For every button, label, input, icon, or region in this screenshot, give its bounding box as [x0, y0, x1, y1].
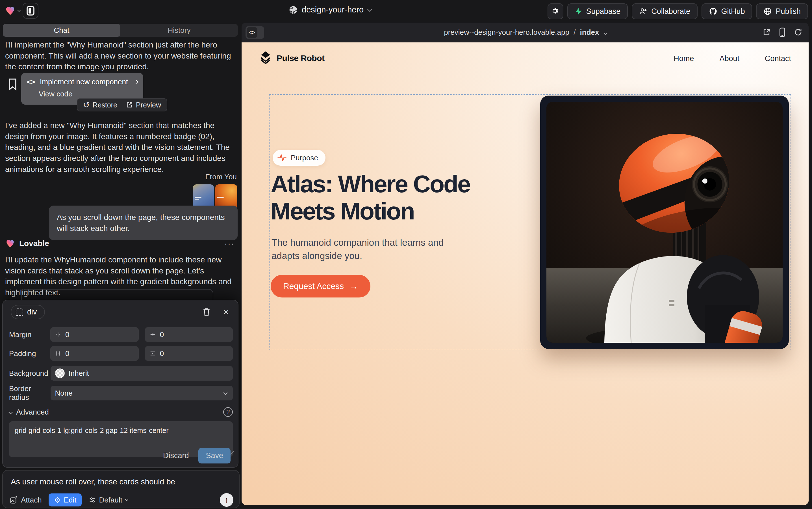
element-icon	[16, 308, 23, 316]
github-button[interactable]: GitHub	[702, 3, 752, 19]
from-you-label: From You	[206, 172, 237, 181]
thumbnail-text-mark	[217, 197, 224, 198]
margin-y-icon	[149, 331, 156, 338]
view-code-link[interactable]: View code	[39, 90, 138, 98]
project-switcher[interactable]: design-your-hero	[289, 5, 371, 14]
nav-home[interactable]: Home	[673, 54, 694, 63]
settings-button[interactable]	[548, 3, 563, 19]
sidebar-tabs: Chat History	[3, 24, 238, 37]
chevron-down-icon	[8, 410, 13, 414]
agent-name: Lovable	[19, 239, 49, 248]
preview-toolbar: <> preview--design-your-hero.lovable.app…	[242, 23, 809, 42]
padding-x-input[interactable]	[65, 349, 134, 358]
arrow-right-icon: →	[349, 281, 358, 292]
trash-icon[interactable]	[202, 307, 211, 316]
margin-y-input[interactable]	[160, 330, 228, 339]
element-tag: div	[27, 308, 37, 316]
mobile-device-icon[interactable]	[779, 27, 786, 37]
nav-contact[interactable]: Contact	[765, 54, 791, 63]
chat-input[interactable]	[11, 477, 231, 490]
background-field[interactable]: Inherit	[50, 366, 233, 381]
preview-button[interactable]: Preview	[126, 101, 161, 109]
assistant-message: I've added a new "Why Humanoid" section …	[5, 120, 236, 175]
github-icon	[709, 7, 717, 15]
hero-heading: Atlas: Where Code Meets Motion	[271, 170, 470, 225]
padding-label: Padding	[9, 349, 50, 358]
preview-host: preview--design-your-hero.lovable.app	[444, 28, 569, 36]
padding-y-field[interactable]	[145, 346, 233, 361]
chevron-right-icon	[134, 80, 139, 84]
code-icon: <>	[27, 78, 35, 86]
discard-button[interactable]: Discard	[163, 451, 189, 460]
assistant-message: I'll implement the "Why Humanoid" sectio…	[5, 40, 231, 72]
hero-image-card[interactable]	[540, 96, 789, 349]
padding-y-input[interactable]	[160, 349, 228, 358]
refresh-icon[interactable]	[794, 28, 802, 36]
restore-button[interactable]: ↺ Restore	[83, 100, 117, 110]
preview-url-bar[interactable]: preview--design-your-hero.lovable.app / …	[242, 28, 809, 37]
tab-chat[interactable]: Chat	[3, 24, 120, 37]
component-card-title: Implement new component	[40, 77, 128, 86]
background-label: Background	[9, 369, 50, 378]
restore-icon: ↺	[83, 100, 89, 110]
padding-x-field[interactable]	[50, 346, 139, 361]
chevron-down-icon	[367, 7, 372, 11]
model-mode-select[interactable]: Default	[88, 496, 127, 505]
top-bar: design-your-hero Supabase	[0, 0, 812, 23]
request-access-button[interactable]: Request Access →	[271, 275, 370, 298]
edit-mode-button[interactable]: Edit	[48, 494, 82, 506]
preview-page: index	[580, 28, 599, 36]
hero-subheading: The humanoid companion that learns and a…	[271, 236, 469, 263]
padding-y-icon	[149, 350, 156, 357]
margin-x-input[interactable]	[65, 330, 134, 339]
advanced-toggle[interactable]: Advanced	[16, 408, 49, 416]
open-in-new-icon[interactable]	[762, 28, 771, 36]
supabase-button[interactable]: Supabase	[567, 3, 628, 19]
transparency-icon	[55, 369, 65, 378]
arrow-up-icon: ↑	[225, 496, 229, 505]
lovable-heart-icon	[5, 238, 15, 248]
selected-element-chip[interactable]: div	[11, 305, 45, 319]
help-icon[interactable]: ?	[223, 407, 233, 417]
badge-label: Purpose	[291, 154, 318, 162]
chevron-down-icon	[17, 9, 21, 12]
settings-sliders-icon	[88, 496, 96, 504]
collaborate-button[interactable]: Collaborate	[632, 3, 698, 19]
site-header: Pulse Robot Home About Contact	[242, 42, 809, 76]
border-radius-label: Border radius	[9, 384, 50, 402]
border-radius-select[interactable]: None	[50, 386, 233, 400]
user-message-bubble: As you scroll down the page, these compo…	[49, 206, 237, 240]
chevron-down-icon	[125, 498, 128, 501]
padding-x-icon	[55, 350, 61, 357]
save-button[interactable]: Save	[198, 448, 230, 464]
chevron-down-icon	[223, 391, 228, 395]
toggle-sidebar-button[interactable]	[23, 3, 38, 19]
chat-sidebar: Chat History I'll implement the "Why Hum…	[0, 23, 239, 509]
globe-icon	[289, 5, 298, 14]
more-menu-icon[interactable]: ···	[224, 239, 234, 248]
path-separator: /	[574, 28, 576, 36]
tab-history[interactable]: History	[120, 24, 238, 37]
sidebar-toggle-icon	[26, 6, 35, 16]
element-inspector-panel: div × Margin	[2, 300, 238, 468]
attach-button[interactable]: Attach	[10, 496, 42, 505]
collaborate-icon	[639, 7, 648, 15]
lovable-menu-button[interactable]	[4, 5, 20, 16]
purpose-badge: Purpose	[273, 150, 326, 166]
lovable-editor-window: design-your-hero Supabase	[0, 0, 812, 509]
margin-y-field[interactable]	[145, 327, 233, 342]
close-icon[interactable]: ×	[223, 307, 229, 317]
publish-button[interactable]: Publish	[756, 3, 808, 19]
send-button[interactable]: ↑	[220, 493, 233, 507]
preview-pane: <> preview--design-your-hero.lovable.app…	[242, 23, 809, 505]
project-name: design-your-hero	[302, 5, 364, 14]
margin-x-field[interactable]	[50, 327, 139, 342]
thumbnail-text-mark	[195, 199, 199, 200]
brand-name: Pulse Robot	[276, 54, 325, 63]
robot-image	[546, 102, 783, 343]
lovable-heart-icon	[4, 5, 16, 16]
nav-about[interactable]: About	[719, 54, 739, 63]
thumbnail-text-mark	[195, 197, 201, 198]
publish-globe-icon	[764, 7, 772, 15]
site-brand[interactable]: Pulse Robot	[259, 51, 325, 66]
